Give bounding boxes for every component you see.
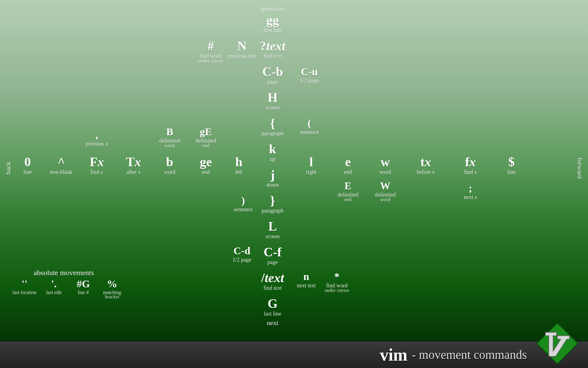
cmd-caret: ^non-blank — [50, 155, 73, 175]
cmd-Tx: Txafter x — [126, 155, 141, 175]
cmd-para-fwd: }paragraph — [262, 194, 284, 214]
cmd-b: bword — [164, 155, 175, 175]
cmd-j: jdown — [266, 168, 279, 188]
cmd-k: kup — [269, 142, 276, 162]
cmd-sentence-back: (sentence — [300, 118, 319, 135]
cmd-Fx: Fxfind x — [90, 155, 104, 175]
label-previous: previous — [261, 5, 284, 13]
cmd-search-back: ?textfind text — [260, 39, 285, 59]
cmd-H: Hscreen — [266, 91, 280, 111]
cmd-tx: txbefore x — [417, 155, 435, 175]
cmd-star: *find wordunder cursor — [325, 271, 349, 293]
cmd-semicolon: ;next x — [464, 183, 477, 200]
cmd-search-fwd: /textfind text — [261, 271, 284, 291]
cmd-ctrl-b: C-bpage — [262, 65, 283, 85]
cmd-G: Glast line — [264, 297, 281, 317]
cmd-E: Edelimitedend — [337, 180, 358, 202]
footer-bar: vim - movement commands — [0, 341, 588, 368]
cmd-0: 0line — [24, 155, 32, 175]
cmd-ctrl-f: C-fpage — [264, 245, 281, 265]
cmd-n: nnext text — [297, 271, 315, 289]
cmd-w: wword — [380, 155, 391, 175]
cmd-match-bracket: %matchingbracket — [103, 278, 121, 300]
svg-marker-0 — [537, 323, 578, 364]
label-back: back — [4, 162, 12, 174]
cmd-h: hleft — [235, 155, 243, 175]
cmd-comma: ,previous x — [85, 129, 108, 147]
cmd-last-edit: '.last edit — [46, 278, 62, 295]
label-next: next — [267, 319, 278, 327]
cmd-para-back: {paragraph — [262, 117, 284, 136]
cmd-B: Bdelimitedword — [159, 126, 180, 148]
cmd-hash: #find wordunder cursor — [198, 39, 223, 64]
footer-subtitle: - movement commands — [412, 347, 527, 362]
cmd-fx: fxfind x — [464, 155, 477, 175]
absolute-movements-title: absolute movements — [34, 269, 94, 277]
cmd-ctrl-u: C-u1/2 page — [300, 66, 318, 84]
cmd-L: Lscreen — [266, 220, 280, 240]
cmd-ctrl-d: C-d1/2 page — [232, 245, 251, 263]
cmd-gg: ggfirst line — [263, 13, 282, 33]
vim-logo-icon — [536, 322, 579, 365]
label-forward: forward — [576, 157, 584, 179]
cmd-W: Wdelimitedword — [375, 180, 396, 202]
cmd-goto-line: #Gline # — [77, 278, 90, 295]
cmd-sentence-fwd: )sentence — [234, 195, 253, 213]
cmd-ge: geend — [200, 155, 212, 175]
cmd-l: lright — [306, 155, 316, 175]
cmd-dollar: $line — [507, 155, 516, 175]
cmd-last-location: ''last location — [13, 278, 36, 295]
cmd-gE: gEdelimitedend — [195, 126, 216, 148]
cmd-N: Nprevious text — [228, 39, 256, 59]
footer-title: vim — [380, 345, 407, 365]
cmd-e: eend — [344, 155, 352, 175]
